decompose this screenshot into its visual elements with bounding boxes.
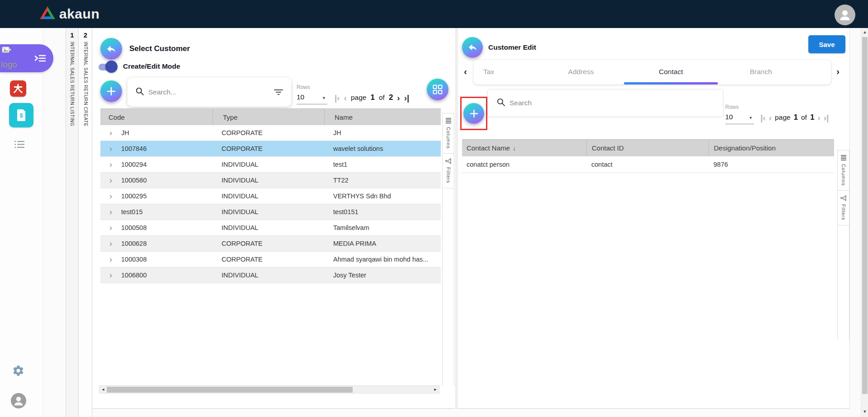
workspace-tab-listing[interactable]: 1 INTERNAL SALES RETURN LISTING (66, 28, 79, 417)
filters-toggle[interactable]: Filters (838, 191, 849, 225)
row-expand-icon[interactable]: › (100, 192, 121, 200)
user-avatar[interactable] (835, 5, 855, 25)
cjk-character-icon (13, 83, 24, 94)
hscroll-thumb[interactable] (107, 387, 353, 393)
back-button-left[interactable] (100, 38, 122, 60)
rows-dropdown-caret-icon[interactable]: ▼ (322, 96, 326, 100)
page-vertical-scrollbar[interactable]: ▲ ▼ (861, 28, 868, 417)
column-header-contact-id[interactable]: Contact ID (586, 140, 708, 156)
table-row[interactable]: › 1000295 INDIVIDUAL VERTHYS Sdn Bhd (100, 188, 441, 204)
cell-type: INDIVIDUAL (222, 161, 333, 168)
prev-page-button[interactable]: ‹ (769, 113, 772, 122)
back-button-right[interactable] (462, 37, 483, 58)
column-header-name[interactable]: Name (324, 109, 441, 125)
table-horizontal-scrollbar[interactable]: ◄ ► (99, 385, 439, 394)
scroll-up-icon[interactable]: ▲ (861, 30, 868, 34)
vscroll-thumb[interactable] (862, 37, 868, 394)
sort-desc-icon[interactable]: ↓ (513, 145, 516, 152)
right-pagination: |‹ ‹ page 1 of 1 › ›| (760, 113, 829, 122)
last-page-button[interactable]: ›| (404, 94, 410, 102)
last-page-button[interactable]: ›| (824, 113, 829, 122)
column-header-designation[interactable]: Designation/Position (708, 140, 834, 156)
tab-contact[interactable]: Contact (659, 68, 683, 76)
table-row[interactable]: › JH CORPORATE JH (100, 125, 441, 141)
scroll-left-icon[interactable]: ◄ (99, 387, 107, 392)
right-table-side-strip: Columns Filters (837, 150, 849, 340)
column-header-contact-name[interactable]: Contact Name ↓ (467, 140, 586, 156)
grid-view-button[interactable] (427, 79, 448, 100)
row-expand-icon[interactable]: › (100, 239, 121, 248)
sidebar-app-icon-red[interactable] (10, 80, 26, 97)
table-row-selected[interactable]: › 1007846 CORPORATE wavelet solutions (100, 141, 441, 157)
sidebar-app-icon-invoice[interactable]: $ (9, 103, 33, 127)
row-expand-icon[interactable]: › (100, 208, 121, 216)
contact-row[interactable]: conatct person contact 9876 (462, 156, 834, 173)
left-table-side-strip: Columns Filters (442, 113, 454, 386)
filter-list-icon[interactable] (274, 89, 283, 95)
cell-contact-id: contact (586, 161, 708, 168)
tabs-scroll-left-icon[interactable]: ‹ (464, 66, 467, 77)
total-pages: 2 (389, 93, 393, 102)
settings-gear-icon[interactable] (12, 364, 24, 377)
left-sidebar: logo (0, 28, 43, 417)
table-row[interactable]: › test015 INDIVIDUAL test0151 (100, 204, 441, 220)
table-row[interactable]: › 1006800 INDIVIDUAL Josy Tester (100, 267, 441, 283)
table-row[interactable]: › 1000580 INDIVIDUAL TT22 (100, 173, 441, 188)
first-page-button[interactable]: |‹ (335, 94, 340, 102)
column-header-type[interactable]: Type (212, 109, 324, 125)
rows-dropdown-caret-icon[interactable]: ▼ (749, 116, 753, 120)
table-row[interactable]: › 1000308 CORPORATE Ahmad syarqawi bin m… (100, 252, 441, 267)
scroll-down-icon[interactable]: ▼ (861, 409, 868, 414)
filters-toggle[interactable]: Filters (443, 154, 454, 188)
menu-open-icon[interactable] (34, 54, 46, 64)
add-customer-button[interactable] (100, 80, 122, 102)
add-contact-button[interactable] (463, 103, 484, 124)
row-expand-icon[interactable]: › (100, 160, 121, 169)
sidebar-user-icon[interactable] (11, 393, 26, 408)
next-page-button[interactable]: › (397, 94, 400, 102)
table-row[interactable]: › 1000294 INDIVIDUAL test1 (100, 157, 441, 173)
rows-per-page-select[interactable]: 10 (725, 113, 733, 121)
row-expand-icon[interactable]: › (100, 176, 121, 184)
create-edit-mode-toggle[interactable] (98, 61, 117, 73)
column-header-code[interactable]: Code (108, 109, 212, 125)
row-expand-icon[interactable]: › (100, 271, 121, 279)
next-page-button[interactable]: › (817, 113, 820, 122)
row-expand-icon[interactable]: › (100, 224, 121, 232)
of-word: of (379, 94, 385, 102)
cell-name: MEDIA PRIMA (333, 240, 441, 247)
first-page-button[interactable]: |‹ (760, 113, 766, 122)
sidebar-logo-pill[interactable]: logo (0, 44, 53, 72)
plus-icon (470, 109, 478, 118)
row-expand-icon[interactable]: › (100, 129, 121, 137)
tab-branch[interactable]: Branch (750, 68, 772, 76)
columns-toggle[interactable]: Columns (443, 113, 454, 154)
rows-per-page-select[interactable]: 10 (297, 93, 304, 101)
workspace-tab-create[interactable]: 2 INTERNAL SALES RETURN CREATE (79, 28, 92, 417)
tab-tax[interactable]: Tax (483, 68, 494, 76)
filters-label: Filters (841, 204, 846, 220)
cell-name: VERTHYS Sdn Bhd (333, 192, 441, 200)
current-page: 1 (793, 113, 797, 122)
workspace-tab-number: 2 (84, 31, 87, 39)
scroll-right-icon[interactable]: ► (432, 387, 439, 392)
prev-page-button[interactable]: ‹ (344, 94, 347, 102)
customer-search-input[interactable] (148, 88, 269, 96)
table-row[interactable]: › 1000628 CORPORATE MEDIA PRIMA (100, 236, 441, 252)
contact-search-box (487, 89, 723, 117)
tabs-scroll-right-icon[interactable]: › (836, 66, 840, 77)
tab-address[interactable]: Address (568, 68, 594, 76)
table-row[interactable]: › 1000508 INDIVIDUAL Tamilselvam (100, 220, 441, 236)
row-expand-icon[interactable]: › (100, 255, 121, 263)
contact-search-input[interactable] (509, 99, 714, 107)
save-button[interactable]: Save (808, 35, 845, 53)
row-expand-icon[interactable]: › (100, 145, 121, 153)
of-word: of (801, 113, 807, 122)
filters-label: Filters (446, 167, 451, 183)
columns-toggle[interactable]: Columns (838, 150, 849, 191)
broken-image-icon (2, 47, 12, 56)
grid-icon (433, 84, 443, 94)
cell-code: 1006800 (121, 272, 222, 279)
sidebar-list-icon[interactable] (14, 140, 25, 149)
brand-logo[interactable]: akaun (40, 0, 99, 28)
